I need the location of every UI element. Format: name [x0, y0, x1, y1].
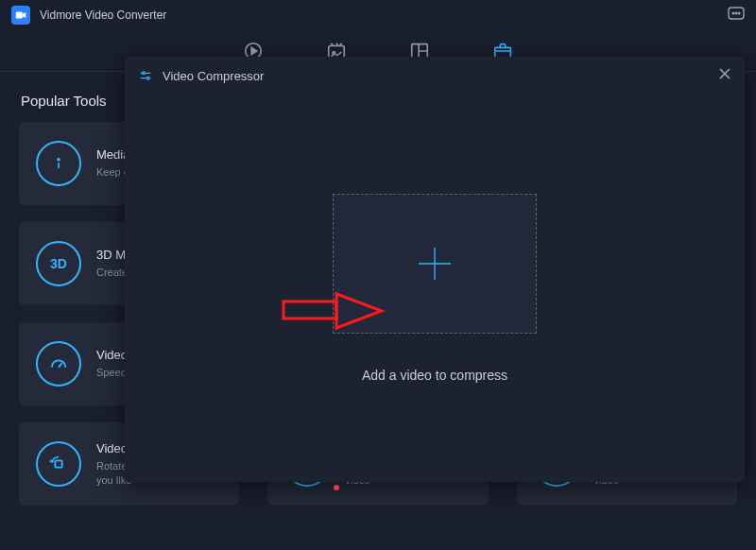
dialog-body: Add a video to compress: [125, 95, 745, 482]
app-title: Vidmore Video Converter: [40, 9, 166, 22]
plus-icon: [415, 244, 455, 284]
svg-point-13: [146, 77, 149, 79]
dialog-title: Video Compressor: [163, 69, 264, 83]
svg-point-12: [143, 72, 146, 75]
video-icon: [14, 9, 27, 22]
dialog-header: Video Compressor: [125, 57, 745, 95]
dropzone-label: Add a video to compress: [362, 368, 507, 383]
video-compressor-dialog: Video Compressor Add a video to compress: [125, 57, 745, 482]
titlebar: Vidmore Video Converter: [0, 0, 756, 30]
svg-point-4: [738, 12, 740, 14]
info-icon: [36, 141, 81, 186]
svg-rect-0: [16, 12, 23, 19]
svg-rect-6: [329, 45, 345, 58]
close-icon: [718, 67, 731, 80]
svg-point-2: [732, 12, 734, 14]
app-logo: [11, 6, 30, 25]
svg-point-3: [735, 12, 737, 14]
svg-point-10: [58, 159, 60, 161]
three-d-icon: 3D: [36, 241, 81, 286]
close-button[interactable]: [718, 67, 731, 84]
svg-rect-11: [55, 460, 61, 467]
rotate-icon: [36, 441, 81, 487]
svg-rect-14: [284, 301, 336, 318]
sliders-icon: [138, 68, 153, 83]
messages-icon[interactable]: [728, 7, 745, 24]
gauge-icon: [36, 341, 81, 387]
add-video-dropzone[interactable]: [333, 194, 537, 334]
